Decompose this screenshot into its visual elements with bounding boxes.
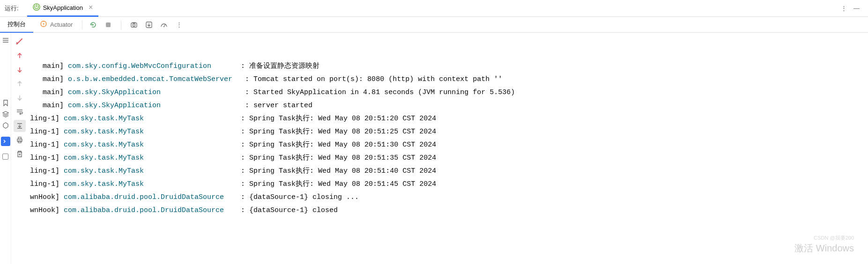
log-message: : Spring Task执行: Wed May 08 20:51:30 CST… [237,139,436,152]
top-bar: 运行: SkyApplication × ⋮ — [0,0,868,17]
down-arrow-gray-icon[interactable] [14,92,26,104]
hexagon-icon[interactable] [1,121,10,130]
log-line: wnHook] com.alibaba.druid.pool.DruidData… [30,191,866,204]
log-class: com.sky.SkyApplication [68,86,241,99]
divider [82,20,82,29]
log-line: ling-1] com.sky.task.MyTask : Spring Tas… [30,139,866,152]
log-message: : Tomcat started on port(s): 8080 (http)… [241,73,502,86]
log-thread: ling-1] [30,112,64,125]
log-message: : Spring Task执行: Wed May 08 20:51:35 CST… [237,152,436,165]
log-thread: wnHook] [30,204,64,217]
console-output[interactable]: main] com.sky.config.WebMvcConfiguration… [28,33,868,264]
divider [121,20,121,29]
log-class: com.sky.task.MyTask [64,165,237,178]
console-tab-label: 控制台 [7,20,26,29]
log-line: ling-1] com.sky.task.MyTask : Spring Tas… [30,178,866,191]
log-thread: main] [30,73,68,86]
console-toolbar: 控制台 Actuator ⋮ [0,17,868,33]
log-thread: main] [30,60,68,73]
more-options-icon[interactable]: ⋮ [841,5,847,12]
tab-console[interactable]: 控制台 [0,17,33,33]
camera-icon[interactable] [129,20,139,30]
minimize-icon[interactable]: — [853,5,860,12]
terminal-icon[interactable] [1,137,10,146]
log-thread: main] [30,99,68,112]
svg-rect-10 [18,137,21,139]
actuator-tab-label: Actuator [50,21,73,28]
log-line: wnHook] com.alibaba.druid.pool.DruidData… [30,204,866,217]
log-class: com.sky.SkyApplication [68,99,241,112]
print-icon[interactable] [14,134,26,146]
log-class: com.sky.task.MyTask [64,125,237,139]
log-message: : Spring Task执行: Wed May 08 20:51:25 CST… [237,125,436,139]
log-line: ling-1] com.sky.task.MyTask : Spring Tas… [30,112,866,125]
svg-point-2 [43,23,45,25]
scroll-end-icon[interactable] [14,120,26,132]
log-thread: wnHook] [30,191,64,204]
stop-icon[interactable] [103,20,113,30]
log-message: : Spring Task执行: Wed May 08 20:51:45 CST… [237,178,436,191]
up-arrow-gray-icon[interactable] [14,78,26,90]
left-sidebar [0,33,11,264]
log-line: main] com.sky.SkyApplication : server st… [30,99,866,112]
log-thread: ling-1] [30,178,64,191]
log-line: ling-1] com.sky.task.MyTask : Spring Tas… [30,165,866,178]
up-arrow-icon[interactable] [14,50,26,62]
log-message: : 准备设置静态资源映射 [237,60,319,73]
log-line: ling-1] com.sky.task.MyTask : Spring Tas… [30,125,866,139]
run-label: 运行: [5,4,19,13]
log-thread: main] [30,86,68,99]
svg-point-8 [163,26,164,27]
rerun-icon[interactable] [88,20,98,30]
log-thread: ling-1] [30,152,64,165]
svg-point-5 [133,24,135,26]
gauge-icon[interactable] [159,20,169,30]
log-line: main] com.sky.config.WebMvcConfiguration… [30,60,866,73]
rect-icon[interactable] [1,152,10,161]
edit-icon[interactable] [14,36,26,48]
export-icon[interactable] [144,20,154,30]
log-thread: ling-1] [30,125,64,139]
log-class: com.sky.task.MyTask [64,112,237,125]
log-class: com.sky.task.MyTask [64,139,237,152]
console-actions-toolbar [11,33,28,264]
menu-icon[interactable] [1,36,10,45]
actuator-icon [40,20,47,29]
svg-rect-3 [106,22,111,27]
log-message: : Spring Task执行: Wed May 08 20:51:40 CST… [237,165,436,178]
log-class: com.alibaba.druid.pool.DruidDataSource [64,204,237,217]
tab-actuator[interactable]: Actuator [33,17,79,33]
close-icon[interactable]: × [89,4,93,11]
toolbar-more-icon[interactable]: ⋮ [174,20,184,30]
log-class: o.s.b.w.embedded.tomcat.TomcatWebServer [68,73,241,86]
svg-rect-11 [18,141,21,143]
log-message: : {dataSource-1} closing ... [237,191,359,204]
log-class: com.alibaba.druid.pool.DruidDataSource [64,191,237,204]
log-line: ling-1] com.sky.task.MyTask : Spring Tas… [30,152,866,165]
soft-wrap-icon[interactable] [14,106,26,118]
down-arrow-icon[interactable] [14,64,26,76]
log-line: main] o.s.b.w.embedded.tomcat.TomcatWebS… [30,73,866,86]
log-message: : {dataSource-1} closed [237,204,338,217]
log-thread: ling-1] [30,139,64,152]
log-class: com.sky.config.WebMvcConfiguration [68,60,237,73]
log-message: : Spring Task执行: Wed May 08 20:51:20 CST… [237,112,436,125]
layers-icon[interactable] [1,110,10,119]
log-thread: ling-1] [30,165,64,178]
log-class: com.sky.task.MyTask [64,152,237,165]
spring-boot-icon [33,3,40,12]
log-class: com.sky.task.MyTask [64,178,237,191]
log-line: main] com.sky.SkyApplication : Started S… [30,86,866,99]
svg-rect-4 [131,23,137,27]
run-tab[interactable]: SkyApplication × [27,0,99,17]
tab-label: SkyApplication [43,4,83,11]
log-message: : Started SkyApplication in 4.81 seconds… [241,86,515,99]
bookmark-icon[interactable] [1,98,10,108]
trash-icon[interactable] [14,148,26,160]
log-message: : server started [241,99,312,112]
svg-rect-6 [133,22,135,23]
